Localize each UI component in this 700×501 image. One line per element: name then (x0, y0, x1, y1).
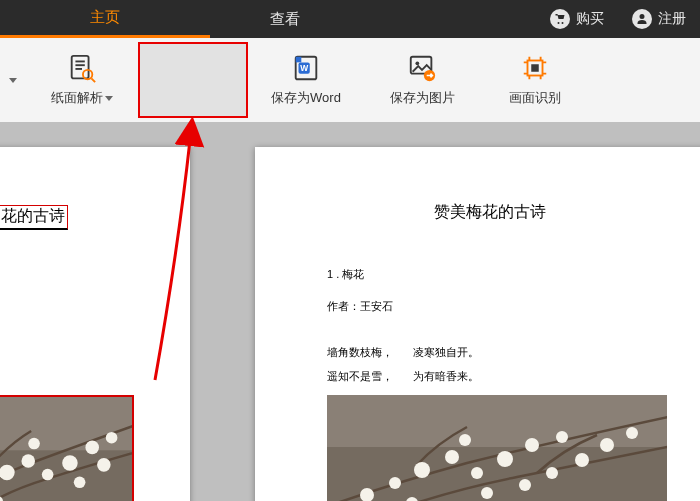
section-number: 1 . 梅花 (327, 267, 364, 282)
chevron-down-icon (105, 96, 113, 101)
tab-view[interactable]: 查看 (210, 0, 360, 38)
svg-rect-0 (72, 56, 89, 79)
tab-view-label: 查看 (270, 10, 300, 29)
svg-rect-33 (327, 395, 667, 447)
svg-point-38 (471, 467, 483, 479)
svg-point-44 (519, 479, 531, 491)
chevron-down-icon (203, 96, 211, 101)
doc-title-right: 赞美梅花的古诗 (255, 202, 700, 223)
chevron-down-icon (9, 78, 17, 83)
svg-point-47 (626, 427, 638, 439)
ocr-icon: a (178, 53, 208, 83)
doc-image-left (0, 395, 134, 501)
svg-point-24 (42, 469, 54, 481)
area-recog-label: 画面识别 (509, 89, 561, 107)
svg-point-26 (85, 441, 99, 455)
svg-text:W: W (300, 63, 308, 73)
parse-button[interactable]: 纸面解析 (26, 38, 138, 122)
svg-point-37 (445, 450, 459, 464)
recognize-button[interactable]: a 识别 (138, 38, 248, 122)
svg-point-30 (74, 476, 86, 488)
toolbar-dropdown[interactable] (0, 38, 26, 122)
area-recognize-button[interactable]: 画面识别 (480, 38, 590, 122)
save-image-label: 保存为图片 (390, 89, 455, 107)
svg-point-45 (575, 453, 589, 467)
svg-point-48 (546, 467, 558, 479)
poem-line-1b: 凌寒独自开。 (413, 345, 479, 360)
svg-point-36 (414, 462, 430, 478)
poem-line-1a: 墙角数枝梅， (327, 345, 393, 360)
cart-icon (550, 9, 570, 29)
top-bar: 主页 查看 购买 注册 (0, 0, 700, 38)
page-left[interactable]: 花的古诗 (0, 147, 190, 501)
svg-rect-10 (296, 57, 302, 63)
svg-point-46 (600, 438, 614, 452)
doc-image-right (327, 395, 667, 501)
svg-point-40 (525, 438, 539, 452)
register-label: 注册 (658, 10, 686, 28)
author-line: 作者：王安石 (327, 299, 393, 314)
svg-point-25 (62, 455, 78, 471)
svg-rect-17 (531, 64, 539, 72)
buy-button[interactable]: 购买 (536, 0, 618, 38)
poem-line-2b: 为有暗香来。 (413, 369, 479, 384)
svg-point-43 (459, 434, 471, 446)
page-right[interactable]: 赞美梅花的古诗 1 . 梅花 作者：王安石 墙角数枝梅， 凌寒独自开。 遥知不是… (255, 147, 700, 501)
svg-point-27 (106, 432, 118, 444)
word-icon: W (291, 53, 321, 83)
svg-point-29 (28, 438, 40, 450)
poem-line-2a: 遥知不是雪， (327, 369, 393, 384)
save-image-button[interactable]: 保存为图片 (364, 38, 480, 122)
user-icon (632, 9, 652, 29)
toolbar: 纸面解析 a 识别 W 保存为Word (0, 38, 700, 123)
parse-label: 纸面解析 (51, 89, 103, 107)
tab-home-label: 主页 (90, 8, 120, 27)
svg-point-31 (97, 458, 111, 472)
svg-point-49 (481, 487, 493, 499)
workspace: 花的古诗 赞美 (0, 122, 700, 501)
svg-text:a: a (188, 61, 194, 72)
tab-home[interactable]: 主页 (0, 0, 210, 38)
image-export-icon (407, 53, 437, 83)
svg-line-7 (198, 73, 205, 80)
svg-point-39 (497, 451, 513, 467)
svg-point-14 (415, 61, 419, 65)
svg-point-23 (21, 454, 35, 468)
buy-label: 购买 (576, 10, 604, 28)
save-word-button[interactable]: W 保存为Word (248, 38, 364, 122)
svg-point-41 (556, 431, 568, 443)
svg-line-5 (91, 78, 95, 82)
document-search-icon (67, 53, 97, 83)
recognize-label: 识别 (175, 89, 201, 107)
doc-title-left: 花的古诗 (0, 205, 68, 230)
save-word-label: 保存为Word (271, 89, 341, 107)
crop-icon (520, 53, 550, 83)
svg-point-35 (389, 477, 401, 489)
register-button[interactable]: 注册 (618, 0, 700, 38)
